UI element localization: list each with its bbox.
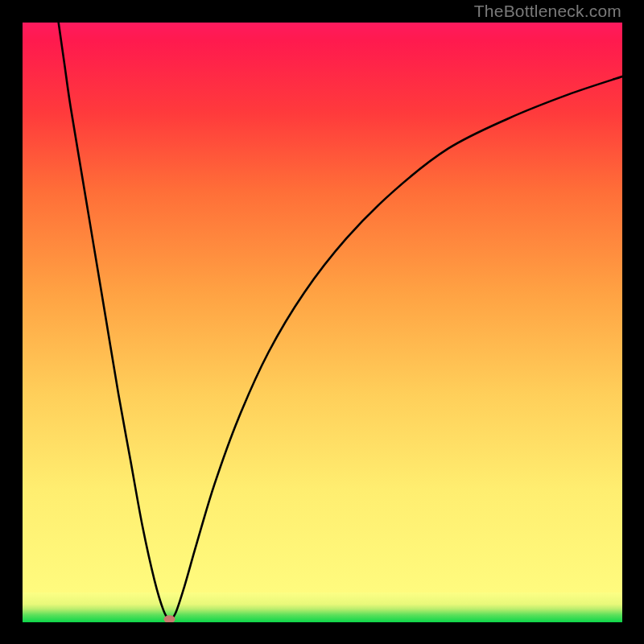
- chart-frame: TheBottleneck.com: [0, 0, 644, 644]
- plot-area: [23, 23, 622, 622]
- curve-layer: [23, 23, 622, 622]
- watermark-text: TheBottleneck.com: [474, 0, 621, 23]
- bottleneck-curve: [59, 23, 622, 619]
